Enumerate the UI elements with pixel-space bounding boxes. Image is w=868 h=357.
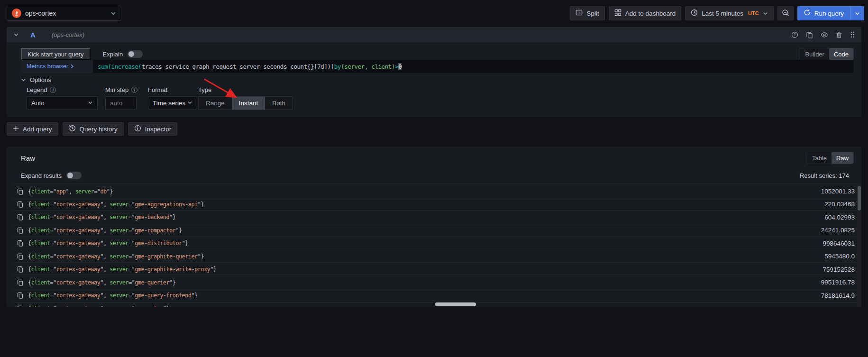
plus-icon <box>13 125 19 133</box>
result-series-count: Result series: 174 <box>800 172 849 179</box>
result-row: {client="cortex-gateway", server="gme-ag… <box>14 198 858 211</box>
history-icon <box>69 125 76 133</box>
series-value: 24241.0825 <box>821 227 855 234</box>
raw-view-button[interactable]: Raw <box>831 152 853 164</box>
results-view-switch: Table Raw <box>807 152 854 164</box>
copy-label-icon[interactable] <box>17 292 23 299</box>
series-label: {client="cortex-gateway", server="gme-ba… <box>28 214 820 220</box>
info-icon[interactable]: i <box>131 87 137 93</box>
metrics-browser-button[interactable]: Metrics browser <box>21 60 93 73</box>
series-label: {client="cortex-gateway", server="gme-gr… <box>28 266 818 273</box>
query-history-label: Query history <box>80 126 118 133</box>
series-value: 220.03468 <box>824 201 855 208</box>
add-to-dashboard-button[interactable]: Add to dashboard <box>609 6 682 20</box>
type-both-button[interactable]: Both <box>265 97 292 110</box>
run-query-button[interactable]: Run query <box>797 6 850 20</box>
type-range-button[interactable]: Range <box>199 97 232 110</box>
series-label: {client="app", server="db"} <box>28 188 816 195</box>
copy-label-icon[interactable] <box>17 214 23 220</box>
result-row: {client="cortex-gateway", server="gme-qu… <box>14 276 858 290</box>
query-editor-panel: A (ops-cortex) ? Kick start your query E… <box>7 27 861 117</box>
code-mode-button[interactable]: Code <box>829 48 853 60</box>
explore-secondary-actions: Add query Query history Inspector <box>7 122 177 136</box>
type-field-label: Type <box>198 86 211 93</box>
series-label: {client="cortex-gateway", server="gme-qu… <box>28 279 816 286</box>
min-step-input[interactable] <box>105 96 137 110</box>
query-token: by <box>334 63 341 70</box>
collapse-chevron-icon[interactable] <box>13 32 19 37</box>
disable-query-eye-icon[interactable] <box>821 31 828 38</box>
explain-toggle[interactable] <box>128 50 143 58</box>
query-header-actions: ? <box>791 31 855 38</box>
toolbar-actions: Split Add to dashboard Last 5 minutes UT… <box>570 6 864 20</box>
duplicate-query-icon[interactable] <box>806 31 813 38</box>
info-icon[interactable]: i <box>50 87 56 93</box>
run-query-split-button: Run query <box>797 6 864 20</box>
zoom-out-button[interactable] <box>777 6 794 20</box>
svg-text:?: ? <box>794 33 795 37</box>
apps-grid-icon <box>614 9 621 18</box>
format-field-label: Format <box>148 86 167 93</box>
query-token: sum(increase( <box>98 63 142 70</box>
copy-label-icon[interactable] <box>17 201 23 208</box>
help-icon[interactable]: ? <box>791 31 798 38</box>
builder-mode-button[interactable]: Builder <box>800 48 829 60</box>
query-row-header[interactable]: A (ops-cortex) ? <box>7 27 861 42</box>
series-value: 998646031 <box>822 240 855 247</box>
promql-query-input[interactable]: sum(increase(traces_service_graph_reques… <box>93 60 854 73</box>
info-circle-icon <box>134 125 141 133</box>
datasource-name: ops-cortex <box>25 9 107 17</box>
query-type-group: Range Instant Both <box>198 96 293 110</box>
inspector-button[interactable]: Inspector <box>128 122 178 136</box>
clock-icon <box>691 9 698 18</box>
run-query-dropdown[interactable] <box>850 6 864 20</box>
copy-label-icon[interactable] <box>17 266 23 273</box>
format-select-value: Time series <box>153 100 185 107</box>
datasource-picker[interactable]: ops-cortex <box>7 6 121 21</box>
editor-mode-switch: Builder Code <box>800 48 854 60</box>
result-row: {client="cortex-gateway", server="gme-qu… <box>14 289 858 302</box>
vertical-scrollbar-thumb[interactable] <box>858 186 861 211</box>
sync-icon <box>804 9 811 18</box>
legend-select[interactable]: Auto <box>27 96 98 110</box>
horizontal-scrollbar-thumb[interactable] <box>435 302 476 306</box>
series-label: {client="cortex-gateway", server="gme-di… <box>28 240 818 247</box>
kick-start-query-button[interactable]: Kick start your query <box>21 48 91 60</box>
query-history-button[interactable]: Query history <box>63 122 124 136</box>
copy-label-icon[interactable] <box>17 279 23 286</box>
result-rows-list: {client="app", server="db"}1052001.33{cl… <box>14 185 858 307</box>
legend-field-label: Legend i <box>27 86 56 93</box>
table-view-button[interactable]: Table <box>807 152 831 164</box>
format-select[interactable]: Time series <box>148 96 197 110</box>
copy-label-icon[interactable] <box>17 227 23 234</box>
series-label: {client="cortex-gateway", server="gme-ag… <box>28 201 820 208</box>
split-button[interactable]: Split <box>570 6 604 20</box>
copy-label-icon[interactable] <box>17 240 23 247</box>
raw-results-panel: Raw Table Raw Expand results Result seri… <box>7 147 861 307</box>
type-instant-button[interactable]: Instant <box>232 97 265 110</box>
results-title: Raw <box>21 154 35 162</box>
copy-label-icon[interactable] <box>17 253 23 260</box>
min-step-field-label: Min step i <box>105 86 137 93</box>
chevron-down-icon <box>763 11 768 16</box>
delete-query-trash-icon[interactable] <box>836 31 842 38</box>
query-token: traces_service_graph_request_server_seco… <box>142 63 328 70</box>
time-range-picker[interactable]: Last 5 minutes UTC <box>685 6 773 20</box>
add-query-label: Add query <box>23 126 52 133</box>
result-row: {client="cortex-gateway", server="gme-di… <box>14 237 858 250</box>
result-row: {client="app", server="db"}1052001.33 <box>14 185 858 198</box>
options-collapse-header[interactable]: Options <box>21 76 51 83</box>
query-token: )) <box>328 63 334 70</box>
copy-label-icon[interactable] <box>17 188 23 195</box>
copy-label-icon[interactable] <box>17 305 23 307</box>
drag-handle-icon[interactable] <box>850 31 855 38</box>
timezone-label: UTC <box>748 10 759 16</box>
add-query-button[interactable]: Add query <box>7 122 58 136</box>
query-token: (server, client) <box>341 63 395 70</box>
result-row: {client="cortex-gateway", server="gme-ba… <box>14 211 858 224</box>
expand-results-toggle[interactable] <box>66 172 82 179</box>
query-token: > <box>395 63 398 70</box>
chevron-down-icon <box>110 10 116 16</box>
expand-results-label: Expand results <box>21 172 62 179</box>
series-value: 78181614.9 <box>821 292 855 299</box>
